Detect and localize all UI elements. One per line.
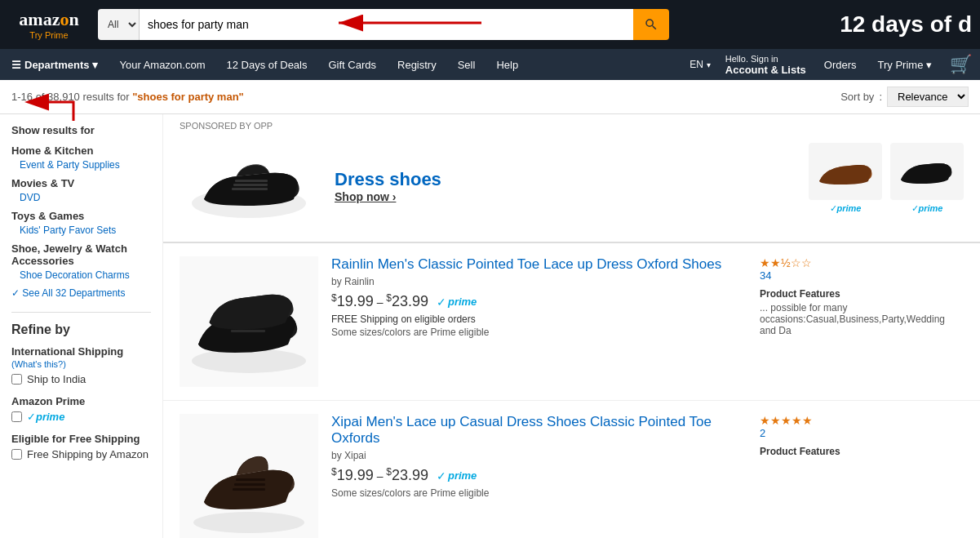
product-brand-0: by Rainlin [331,276,747,287]
amazon-logo: amazon [19,9,78,30]
svg-rect-2 [233,184,268,186]
nav-try-prime[interactable]: Try Prime ▾ [875,52,935,78]
review-count-0[interactable]: 34 [760,269,771,282]
svg-rect-11 [233,488,265,491]
product-right-1: ★★★★★ 2 Product Features [760,414,964,538]
free-shipping-label[interactable]: Free Shipping by Amazon [27,448,149,460]
free-shipping-title: Eligible for Free Shipping [11,433,151,445]
product-item-0: Rainlin Men's Classic Pointed Toe Lace u… [163,243,980,401]
search-button[interactable] [633,9,669,40]
product-features-0: Product Features ... possible for many o… [760,288,964,336]
side-shoe-2[interactable] [890,143,964,200]
whats-this-link[interactable]: (What's this?) [11,359,66,369]
side-shoe-1-svg [813,149,878,193]
sidebar: Show results for Home & Kitchen Event & … [0,114,163,538]
sort-label: Sort by [840,91,874,103]
show-results-label: Show results for [11,124,151,136]
sponsored-shoe-svg [188,142,310,224]
results-count-text: 1-16 of 38,910 results for "shoes for pa… [11,91,244,103]
prime-checkbox[interactable]: ✓prime [11,411,151,423]
prime-label[interactable]: ✓prime [27,411,64,423]
category-title-movies[interactable]: Movies & TV [11,177,151,189]
try-prime-logo[interactable]: Try Prime [29,30,68,40]
sort-by-area: Sort by: Relevance [840,87,969,107]
sponsored-side-images: ✓prime ✓prime [809,143,964,214]
prime-input[interactable] [11,411,22,422]
product-prime-eligible-0: Some sizes/colors are Prime eligible [331,327,747,338]
category-item-shoe-charms[interactable]: Shoe Decoration Charms [11,269,151,281]
refine-international-shipping: International Shipping (What's this?) Sh… [11,345,151,385]
svg-rect-10 [234,483,265,486]
refine-free-shipping: Eligible for Free Shipping Free Shipping… [11,433,151,460]
product-prime-badge-1: ✓prime [437,469,477,482]
search-input[interactable] [140,9,633,40]
nav-item-giftcards[interactable]: Gift Cards [326,52,380,78]
search-bar: All [98,9,669,40]
ship-to-india-input[interactable] [11,374,22,385]
free-shipping-input[interactable] [11,449,22,460]
product-stars-1: ★★★★★ [760,414,964,427]
svg-rect-1 [235,180,268,182]
side-shoe-1[interactable] [809,143,882,200]
ship-to-india-label[interactable]: Ship to India [27,373,86,385]
search-category-select[interactable]: All [98,9,140,40]
days-deals-header: 12 days of d [840,11,972,38]
nav-orders[interactable]: Orders [821,52,860,78]
cart-icon[interactable]: 🛒 [950,54,972,75]
nav-item-sell[interactable]: Sell [455,52,479,78]
refine-amazon-prime: Amazon Prime ✓prime [11,395,151,423]
departments-nav[interactable]: ☰ Departments ▾ [8,52,101,78]
results-count: 1-16 of 38,910 [11,91,80,103]
category-item-dvd[interactable]: DVD [11,192,151,203]
sponsored-banner: SPONSORED BY OPP Dress shoes [163,114,980,243]
nav-item-deals[interactable]: 12 Days of Deals [224,52,311,78]
product-title-0[interactable]: Rainlin Men's Classic Pointed Toe Lace u… [331,256,747,273]
shop-now-link[interactable]: Shop now › [335,190,441,203]
refine-by-title: Refine by [11,312,151,337]
product-1-shoe-svg [186,420,313,539]
product-features-1: Product Features [760,446,964,457]
language-selector[interactable]: EN ▾ [690,59,711,70]
nav-bar: ☰ Departments ▾ Your Amazon.com 12 Days … [0,49,980,80]
search-icon [644,17,659,32]
category-title-home[interactable]: Home & Kitchen [11,145,151,157]
account-menu[interactable]: Hello. Sign in Account & Lists [725,54,806,76]
product-details-0: Rainlin Men's Classic Pointed Toe Lace u… [331,256,747,387]
content-area: SPONSORED BY OPP Dress shoes [163,114,980,538]
nav-item-registry[interactable]: Registry [394,52,440,78]
category-title-toys[interactable]: Toys & Games [11,210,151,222]
svg-rect-7 [231,330,265,332]
nav-item-help[interactable]: Help [493,52,521,78]
side-shoe-2-wrapper: ✓prime [890,143,964,214]
results-bar: 1-16 of 38,910 results for "shoes for pa… [0,80,980,114]
product-title-1[interactable]: Xipai Men's Lace up Casual Dress Shoes C… [331,414,747,447]
sort-select[interactable]: Relevance [887,87,969,107]
category-title-shoe-accessories[interactable]: Shoe, Jewelry & Watch Accessories [11,242,151,267]
see-all-departments[interactable]: ✓ See All 32 Departments [11,287,151,299]
header-right: 12 days of d [840,11,972,38]
results-query: "shoes for party man" [132,91,244,103]
category-item-party-supplies[interactable]: Event & Party Supplies [11,159,151,171]
review-count-1[interactable]: 2 [760,427,765,439]
product-prime-eligible-1: Some sizes/colors are Prime eligible [331,487,747,499]
product-img-1[interactable] [180,414,318,538]
free-shipping-checkbox[interactable]: Free Shipping by Amazon [11,448,151,460]
sidebar-category-shoe-accessories: Shoe, Jewelry & Watch Accessories Shoe D… [11,242,151,281]
product-item-1: Xipai Men's Lace up Casual Dress Shoes C… [163,401,980,538]
svg-rect-3 [232,188,268,190]
product-img-0[interactable] [180,256,318,387]
product-details-1: Xipai Men's Lace up Casual Dress Shoes C… [331,414,747,538]
main-layout: Show results for Home & Kitchen Event & … [0,114,980,538]
product-0-shoe-svg [186,263,313,381]
prime-section-title: Amazon Prime [11,395,151,407]
logo-area[interactable]: amazon Try Prime [8,9,90,40]
sponsored-shoe-image [180,134,318,232]
sidebar-category-toys: Toys & Games Kids' Party Favor Sets [11,210,151,236]
side-shoe-2-prime: ✓prime [911,203,943,214]
nav-item-amazon[interactable]: Your Amazon.com [116,52,208,78]
category-item-kids-party[interactable]: Kids' Party Favor Sets [11,225,151,236]
ship-to-india-checkbox[interactable]: Ship to India [11,373,151,385]
product-shipping-0: FREE Shipping on eligible orders [331,313,747,325]
sponsored-title[interactable]: Dress shoes [335,169,441,190]
product-brand-1: by Xipai [331,450,747,461]
